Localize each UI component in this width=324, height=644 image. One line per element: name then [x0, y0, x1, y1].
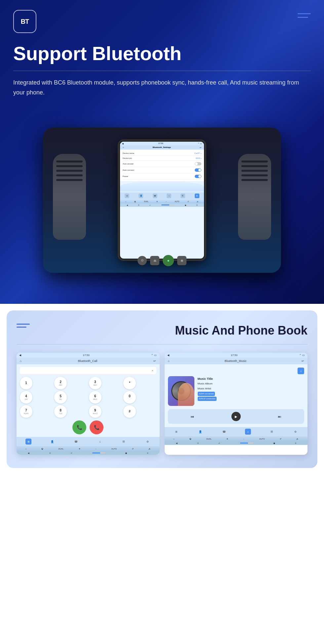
call-home-icon[interactable]: ⌂: [20, 359, 21, 363]
call-back-icon[interactable]: ↩: [153, 359, 156, 363]
music-time: 17:53: [231, 354, 237, 357]
track-album: Music Album: [198, 381, 304, 386]
album-art: [168, 376, 194, 406]
home-icon[interactable]: ⌂: [123, 146, 124, 148]
settings-icon[interactable]: ⚙: [195, 194, 199, 198]
add-music-btn[interactable]: ♫: [298, 368, 304, 374]
music-signal: ⌃ ▭: [299, 354, 305, 357]
hamburger-menu[interactable]: [298, 13, 311, 18]
signal-icons: ⌃ ▭: [198, 142, 202, 145]
fan-icon[interactable]: ~: [166, 200, 167, 202]
dial-6[interactable]: 6MNO: [89, 391, 101, 404]
page-title: Support Bluetooth: [13, 43, 311, 64]
chevron-icon: ›: [201, 157, 201, 159]
dial-2[interactable]: 2ABC: [54, 377, 67, 389]
call-link-icon[interactable]: ⛓: [121, 439, 127, 445]
dial-input[interactable]: ✕: [20, 367, 156, 374]
back-arrow[interactable]: ◀: [122, 142, 124, 145]
end-call-button[interactable]: 📞: [90, 420, 103, 434]
music-nav: ⌂ Bluetooth_Music ↩: [165, 358, 308, 364]
music-link-icon[interactable]: ⛓: [269, 429, 275, 435]
ac-icon[interactable]: ↺: [187, 200, 189, 202]
home-climate-icon[interactable]: ⌂: [125, 200, 126, 202]
dual-label: DUAL: [144, 200, 148, 202]
radio-btn[interactable]: ◉: [177, 256, 186, 265]
music-section-title: Music And Phone Book: [175, 324, 307, 338]
dial-star[interactable]: *: [123, 377, 136, 389]
device-name-row[interactable]: Device name CarBT ›: [123, 151, 201, 156]
sub-screens-container: ◀ 17:53 ⌃ ▭ ⌂ Bluetooth_Call ↩ ✕ 1 2ABC …: [17, 353, 307, 455]
dial-9[interactable]: 9WXYZ: [89, 405, 101, 418]
music-header: Music And Phone Book: [17, 324, 307, 338]
apps-icon[interactable]: ⊞: [125, 194, 129, 198]
call-apps-icon[interactable]: ⊞: [25, 439, 31, 445]
call-contacts-icon[interactable]: 👤: [49, 439, 55, 445]
device-pin-row[interactable]: Device pin 0000 ›: [123, 156, 201, 161]
music-home-icon[interactable]: ⌂: [168, 359, 170, 363]
prev-track-btn[interactable]: ⏮: [188, 412, 197, 421]
auto-connect-toggle[interactable]: [195, 168, 201, 172]
screen-title: Bluetooth_Settings: [153, 146, 171, 148]
tablet-climate-bar: ⌂ ⏻ DUAL ❄ ~ AUTO ↺ 🔊: [120, 199, 204, 203]
dial-0[interactable]: 0-: [123, 391, 136, 404]
music-climate: ⌂⏻DUAL❄~AUTO↺🔊: [165, 436, 308, 441]
center-tablet: ◀ 17:53 ⌃ ▭ ⌂ Bluetooth_Settings ↩: [119, 141, 205, 260]
call-back-arrow[interactable]: ◀: [19, 354, 21, 357]
music-icon[interactable]: ♫: [167, 194, 171, 198]
music-music-icon[interactable]: ♫: [245, 429, 251, 435]
music-gear-icon[interactable]: ⚙: [293, 429, 299, 435]
eject-btn[interactable]: ⏏: [150, 256, 159, 265]
music-apps-icon[interactable]: ⊞: [174, 429, 180, 435]
dial-7[interactable]: 7PQRS: [20, 405, 32, 418]
music-bottom-nav: ⊞ 👤 ☎ ♫ ⛓ ⚙: [165, 427, 308, 436]
call-content: ✕ 1 2ABC 3DEF * 4GHI 5JKL 6MNO 0- 7PQRS …: [17, 364, 160, 437]
ok-btn[interactable]: ●: [163, 255, 174, 266]
call-time: 17:53: [83, 354, 90, 357]
dial-3[interactable]: 3DEF: [89, 377, 101, 389]
chevron-icon: ›: [201, 152, 201, 154]
dial-1[interactable]: 1: [20, 377, 32, 389]
car-visual-section: ◀ 17:53 ⌃ ▭ ⌂ Bluetooth_Settings ↩: [13, 108, 311, 293]
call-gear-icon[interactable]: ⚙: [144, 439, 150, 445]
music-status-bar: ◀ 17:53 ⌃ ▭: [165, 353, 308, 358]
music-back-icon[interactable]: ↩: [302, 359, 304, 363]
player-controls: ⏮ ▶ ⏭: [168, 409, 304, 424]
bottom-controls: ⚙ ⏏ ● ◉: [138, 255, 186, 266]
status-time: 17:53: [158, 142, 163, 144]
left-vent: [53, 154, 86, 240]
dial-5[interactable]: 5JKL: [54, 391, 67, 404]
next-track-btn[interactable]: ⏭: [275, 412, 284, 421]
play-btn[interactable]: ▶: [231, 412, 241, 421]
tablet-status-bar: ◀ 17:53 ⌃ ▭: [120, 142, 204, 145]
power-row[interactable]: Power: [123, 173, 201, 180]
power-climate-icon[interactable]: ⏻: [134, 200, 136, 202]
call-music-icon[interactable]: ♫: [97, 439, 103, 445]
phone-icon[interactable]: ☎: [153, 194, 157, 198]
contacts-icon[interactable]: 👤: [139, 194, 143, 198]
snowflake-icon[interactable]: ❄: [156, 200, 158, 202]
bt-logo: BT: [13, 10, 36, 33]
dial-hash[interactable]: #: [123, 405, 136, 418]
call-phone-icon[interactable]: ☎: [73, 439, 79, 445]
call-bottom-nav: ⊞ 👤 ☎ ♫ ⛓ ⚙: [17, 437, 160, 446]
link-icon[interactable]: ⛓: [181, 194, 185, 198]
track-artist: Music Artist: [198, 386, 304, 391]
auto-answer-row[interactable]: Auto answer: [123, 161, 201, 167]
auto-connect-row[interactable]: Auto connect: [123, 167, 201, 173]
music-back-arrow[interactable]: ◀: [167, 354, 169, 357]
music-contacts-icon[interactable]: 👤: [197, 429, 203, 435]
settings-btn[interactable]: ⚙: [138, 256, 147, 265]
volume-icon[interactable]: 🔊: [197, 200, 199, 202]
car-visual: ◀ 17:53 ⌃ ▭ ⌂ Bluetooth_Settings ↩: [33, 118, 291, 283]
dial-8[interactable]: 8TUV: [54, 405, 67, 418]
call-climate: ⌂⏻DUAL❄~AUTO↺🔊: [17, 446, 160, 451]
player-main: Music Title Music Album Music Artist A2D…: [168, 376, 304, 406]
clear-btn[interactable]: ✕: [151, 369, 154, 372]
auto-answer-toggle[interactable]: [195, 162, 201, 165]
music-phone-icon[interactable]: ☎: [221, 429, 227, 435]
power-toggle[interactable]: [195, 175, 201, 178]
call-button[interactable]: 📞: [72, 420, 86, 434]
hero-top-bar: BT: [13, 10, 311, 33]
back-nav-icon[interactable]: ↩: [200, 146, 201, 149]
dial-4[interactable]: 4GHI: [20, 391, 32, 404]
